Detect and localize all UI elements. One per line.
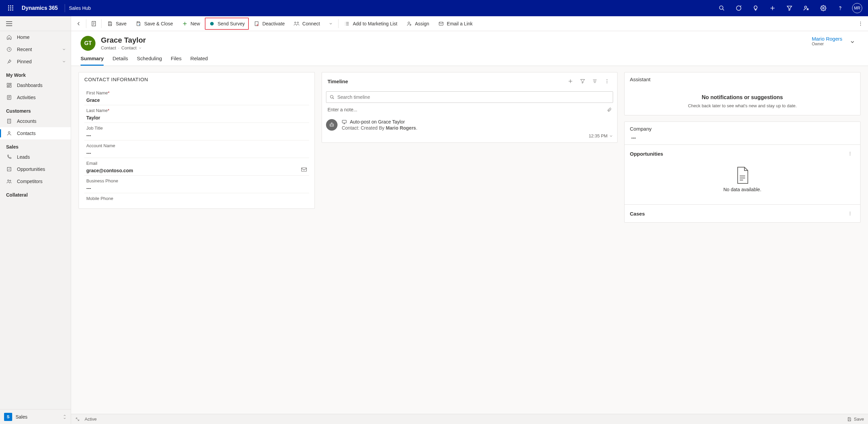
sidebar: Home Recent Pinned My Work Dashboards Ac… [0, 16, 71, 424]
save-close-icon [135, 21, 142, 27]
sidebar-item-competitors[interactable]: Competitors [0, 175, 71, 187]
quick-create-button[interactable] [764, 0, 781, 16]
assistant-button[interactable] [747, 0, 764, 16]
send-survey-button[interactable]: Send Survey [205, 18, 249, 30]
field-last-name[interactable]: Last Name* Taylor [84, 105, 309, 123]
people-icon [6, 178, 12, 184]
sidebar-item-dashboards[interactable]: Dashboards [0, 79, 71, 91]
user-avatar[interactable]: MR [849, 0, 865, 16]
search-button[interactable] [714, 0, 730, 16]
timeline-note-entry[interactable]: Enter a note... [326, 106, 613, 114]
sidebar-item-recent[interactable]: Recent [0, 43, 71, 55]
area-switcher[interactable]: S Sales [0, 409, 71, 424]
save-close-button[interactable]: Save & Close [131, 18, 177, 30]
status-active[interactable]: Active [85, 417, 96, 422]
tab-scheduling[interactable]: Scheduling [137, 55, 162, 66]
svg-point-41 [408, 22, 410, 23]
help-button[interactable] [832, 0, 848, 16]
funnel-icon [580, 79, 585, 84]
company-label: Company [630, 126, 652, 132]
form-selector[interactable]: Contact [121, 45, 136, 50]
sidebar-item-contacts[interactable]: Contacts [0, 127, 71, 139]
back-arrow-icon [75, 21, 82, 27]
svg-rect-3 [8, 7, 9, 8]
filter-button[interactable] [781, 0, 798, 16]
connect-button[interactable]: Connect [289, 18, 324, 30]
sidebar-toggle[interactable] [0, 16, 71, 31]
svg-point-59 [850, 153, 850, 154]
email-link-label: Email a Link [447, 21, 473, 26]
overflow-button[interactable] [854, 18, 867, 30]
svg-rect-4 [10, 7, 11, 8]
timeline-sort-button[interactable] [590, 76, 600, 86]
form-tabs: Summary Details Scheduling Files Related [71, 51, 868, 66]
deactivate-button[interactable]: Deactivate [249, 18, 289, 30]
connect-chevron-button[interactable] [325, 18, 337, 30]
save-button[interactable]: Save [103, 18, 131, 30]
header-expand-button[interactable] [846, 36, 859, 48]
timeline-item[interactable]: Auto-post on Grace Taylor Contact: Creat… [322, 116, 617, 142]
hub-name[interactable]: Sales Hub [69, 5, 91, 11]
task-flow-button[interactable] [731, 0, 747, 16]
robot-icon [329, 122, 335, 128]
timeline-card: Timeline Enter a note... [322, 72, 617, 143]
funnel-icon [786, 5, 793, 11]
phone-icon [6, 154, 12, 160]
cases-more-button[interactable] [845, 209, 855, 218]
app-launcher-button[interactable] [3, 5, 19, 11]
status-bar: Active Save [71, 414, 868, 424]
popout-icon [75, 417, 80, 422]
timeline-filter-button[interactable] [578, 76, 587, 86]
timeline-item-time: 12:35 PM [589, 133, 608, 138]
tab-details[interactable]: Details [112, 55, 128, 66]
assign-button[interactable]: Assign [402, 18, 433, 30]
field-job-title[interactable]: Job Title --- [84, 123, 309, 140]
timeline-add-button[interactable] [566, 76, 575, 86]
timeline-search-input[interactable] [337, 94, 609, 100]
new-button[interactable]: New [178, 18, 204, 30]
sidebar-item-opportunities[interactable]: Opportunities [0, 163, 71, 175]
top-nav-actions: MR [714, 0, 865, 16]
tab-files[interactable]: Files [171, 55, 181, 66]
timeline-search[interactable] [326, 91, 613, 103]
field-first-name[interactable]: First Name* Grace [84, 88, 309, 105]
sidebar-item-accounts[interactable]: Accounts [0, 115, 71, 127]
tab-summary[interactable]: Summary [81, 55, 104, 66]
back-button[interactable] [72, 18, 85, 30]
file-icon [735, 166, 750, 184]
target-icon [736, 5, 742, 11]
gear-icon [820, 5, 826, 11]
mail-icon[interactable] [301, 167, 307, 172]
email-link-button[interactable]: Email a Link [434, 18, 477, 30]
sidebar-item-activities[interactable]: Activities [0, 91, 71, 104]
send-survey-label: Send Survey [218, 21, 245, 26]
popout-button[interactable] [75, 417, 80, 422]
field-mobile-phone[interactable]: Mobile Phone [84, 193, 309, 203]
contact-info-card: CONTACT INFORMATION First Name* Grace La… [79, 72, 315, 209]
open-record-set-button[interactable] [88, 18, 100, 30]
email-value: grace@contoso.com [86, 168, 133, 173]
settings-button[interactable] [815, 0, 831, 16]
svg-rect-36 [255, 22, 258, 26]
command-bar: Save Save & Close New Send Survey Deacti… [71, 16, 868, 31]
sort-icon [592, 79, 598, 84]
owner-block[interactable]: Mario Rogers Owner [812, 36, 842, 46]
sidebar-item-home[interactable]: Home [0, 31, 71, 43]
svg-line-53 [333, 98, 334, 99]
opportunities-more-button[interactable] [845, 149, 855, 158]
field-business-phone[interactable]: Business Phone --- [84, 176, 309, 193]
relationship-assistant-button[interactable] [798, 0, 815, 16]
field-email[interactable]: Email grace@contoso.com [84, 158, 309, 176]
company-value[interactable]: --- [630, 135, 636, 140]
sidebar-item-pinned[interactable]: Pinned [0, 55, 71, 68]
attachment-icon[interactable] [607, 107, 612, 112]
sidebar-item-leads[interactable]: Leads [0, 151, 71, 163]
timeline-more-button[interactable] [602, 76, 612, 86]
chevron-down-icon [850, 39, 855, 45]
tab-related[interactable]: Related [190, 55, 208, 66]
add-marketing-button[interactable]: Add to Marketing List [340, 18, 402, 30]
field-account-name[interactable]: Account Name --- [84, 140, 309, 158]
assign-icon [406, 21, 412, 27]
status-save-button[interactable]: Save [847, 417, 864, 422]
cases-section: Cases [625, 204, 860, 222]
